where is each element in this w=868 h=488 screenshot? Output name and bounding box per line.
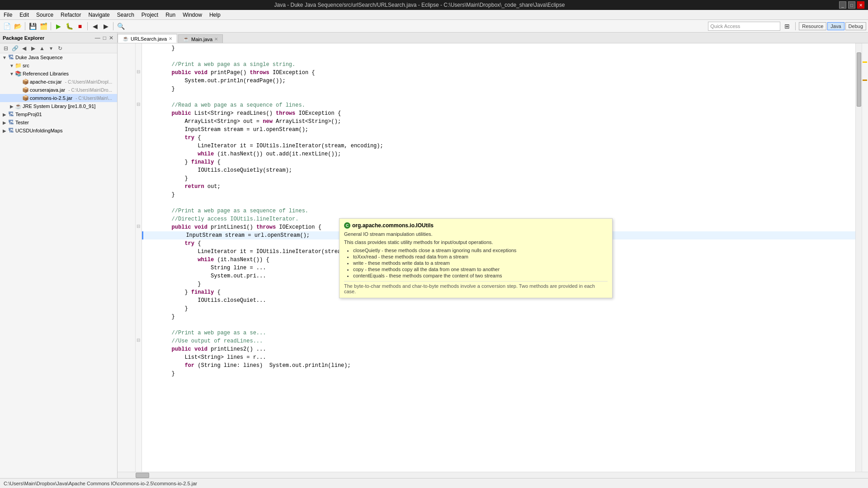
debug-button[interactable]: 🐛 [64, 21, 74, 31]
sidebar-maximize-button[interactable]: □ [102, 35, 107, 41]
popup-class-icon: C [344, 222, 350, 229]
menu-project[interactable]: Project [138, 11, 162, 19]
code-line: } [142, 313, 855, 321]
back-button[interactable]: ◀ [90, 21, 100, 31]
open-perspective-button[interactable]: ⊞ [782, 21, 792, 31]
sidebar-view-menu-button[interactable]: ▾ [47, 44, 55, 52]
fold-icon-4[interactable]: ⊟ [137, 338, 140, 343]
maximize-button[interactable]: □ [848, 1, 855, 9]
code-line: } [142, 191, 855, 199]
quick-access-input[interactable]: Quick Access [708, 22, 780, 31]
horizontal-scrollbar[interactable] [118, 472, 868, 478]
tree-label-commons-io: commons-io-2.5.jar - C:\Users\Main\... [30, 95, 117, 101]
java-perspective-button[interactable]: Java [827, 22, 844, 30]
status-bar: C:\Users\Main\Dropbox\Java\Apache Common… [0, 478, 868, 488]
scroll-thumb[interactable] [857, 52, 861, 107]
code-line: } [142, 44, 855, 52]
h-scroll-thumb[interactable] [136, 473, 149, 478]
fold-margin: ⊟ ⊟ ⊟ ⊟ [136, 43, 142, 472]
fold-icon-1[interactable]: ⊟ [137, 69, 140, 74]
code-line: System.out.println(readPage()); [142, 77, 855, 85]
code-line [142, 52, 855, 61]
jre-icon: ☕ [14, 103, 22, 110]
new-button[interactable]: 📄 [2, 21, 12, 31]
sidebar-forward-button[interactable]: ▶ [29, 44, 37, 52]
code-line: ArrayList<String> out = new ArrayList<St… [142, 117, 855, 126]
tab-close-urlsearch[interactable]: ✕ [169, 36, 172, 41]
tree-arrow-duke: ▼ [2, 55, 7, 60]
menu-file[interactable]: File [0, 11, 16, 19]
tree-label-src: src [23, 63, 117, 68]
jar-icon-commons-io: 📦 [22, 94, 29, 102]
save-all-button[interactable]: 🗂️ [38, 21, 48, 31]
menu-help[interactable]: Help [206, 11, 224, 19]
tab-close-main[interactable]: ✕ [214, 37, 218, 42]
tree-item-coursera-jar[interactable]: 📦 courserajava.jar - C:\Users\Main\Dro..… [0, 86, 117, 94]
toolbar-separator-5 [795, 22, 796, 30]
right-margin [862, 43, 868, 472]
save-button[interactable]: 💾 [28, 21, 38, 31]
tree-item-tempproj[interactable]: ▶ 🏗 TempProj01 [0, 110, 117, 118]
popup-method-contentequals: contentEquals - these methods compare th… [353, 273, 608, 278]
tab-main[interactable]: ☕ Main.java ✕ [178, 34, 223, 43]
fold-icon-2[interactable]: ⊟ [137, 102, 140, 107]
tree-label-tester: Tester [15, 120, 117, 125]
tree-item-jre[interactable]: ▶ ☕ JRE System Library [jre1.8.0_91] [0, 102, 117, 110]
quick-access-label: Quick Access [710, 23, 740, 29]
tab-urlsearch[interactable]: ☕ URLSearch.java ✕ [118, 34, 177, 43]
resource-perspective-button[interactable]: Resource [799, 22, 826, 30]
menu-run[interactable]: Run [162, 11, 179, 19]
open-button[interactable]: 📂 [13, 21, 23, 31]
sidebar-refresh-button[interactable]: ↻ [56, 44, 64, 52]
fold-icon-3[interactable]: ⊟ [137, 224, 140, 229]
minimize-button[interactable]: _ [839, 1, 846, 9]
tree-arrow-ucsd: ▶ [2, 128, 7, 133]
sidebar-minimize-button[interactable]: — [94, 35, 101, 41]
forward-button[interactable]: ▶ [101, 21, 111, 31]
popup-class-name: org.apache.commons.io.IOUtils [352, 222, 434, 229]
menu-edit[interactable]: Edit [16, 11, 33, 19]
tree-item-duke-java[interactable]: ▼ 🏗 Duke Java Sequence [0, 53, 117, 61]
code-line: for (String line: lines) System.out.prin… [142, 361, 855, 370]
tree-item-tester[interactable]: ▶ 🏗 Tester [0, 118, 117, 127]
search-button[interactable]: 🔍 [116, 21, 126, 31]
tree-item-ref-libs[interactable]: ▼ 📚 Referenced Libraries [0, 70, 117, 78]
code-editor[interactable]: ⊟ ⊟ ⊟ ⊟ } //Print a web page as a single… [118, 43, 868, 472]
tree-item-src[interactable]: ▼ 📁 src [0, 61, 117, 70]
code-line: //Read a web page as a sequence of lines… [142, 101, 855, 109]
menu-bar: File Edit Source Refactor Navigate Searc… [0, 10, 868, 20]
vertical-scrollbar[interactable] [855, 43, 862, 472]
link-with-editor-button[interactable]: 🔗 [11, 44, 19, 52]
debug-perspective-button[interactable]: Debug [845, 22, 866, 30]
code-line: } [142, 305, 855, 313]
tree-label-apache-csv: apache-csv.jar - C:\Users\Main\Dropl... [30, 79, 117, 84]
code-line: public List<String> readLines() throws I… [142, 109, 855, 117]
popup-method-toxxx: toXxx/read - these methods read data fro… [353, 254, 608, 259]
close-button[interactable]: ✕ [857, 1, 864, 9]
jar-icon-coursera: 📦 [22, 86, 29, 94]
tree-item-commons-io[interactable]: 📦 commons-io-2.5.jar - C:\Users\Main\... [0, 94, 117, 102]
menu-navigate[interactable]: Navigate [85, 11, 113, 19]
jar-icon-apache-csv: 📦 [22, 78, 29, 85]
popup-method-copy: copy - these methods copy all the data f… [353, 267, 608, 272]
tempproj-icon: 🏗 [7, 111, 14, 118]
sidebar-close-button[interactable]: ✕ [108, 35, 114, 41]
menu-source[interactable]: Source [33, 11, 57, 19]
tree-arrow-tempproj: ▶ [2, 112, 7, 117]
javadoc-popup: C org.apache.commons.io.IOUtils General … [339, 218, 613, 298]
menu-window[interactable]: Window [179, 11, 206, 19]
stop-button[interactable]: ■ [75, 21, 85, 31]
sidebar-header: Package Explorer — □ ✕ [0, 33, 117, 43]
run-button[interactable]: ▶ [53, 21, 63, 31]
sidebar-up-button[interactable]: ▲ [38, 44, 46, 52]
sidebar-back-button[interactable]: ◀ [20, 44, 28, 52]
tree-item-apache-csv[interactable]: 📦 apache-csv.jar - C:\Users\Main\Dropl..… [0, 78, 117, 86]
code-line: //Print a web page as a sequence of line… [142, 207, 855, 215]
tree-label-ref-libs: Referenced Libraries [23, 71, 117, 76]
menu-search[interactable]: Search [113, 11, 138, 19]
tree-arrow-tester: ▶ [2, 120, 7, 125]
tree-item-ucsd[interactable]: ▶ 🏗 UCSDUnfoldingMaps [0, 127, 117, 135]
code-line [142, 199, 855, 207]
collapse-all-button[interactable]: ⊟ [2, 44, 10, 52]
menu-refactor[interactable]: Refactor [57, 11, 85, 19]
